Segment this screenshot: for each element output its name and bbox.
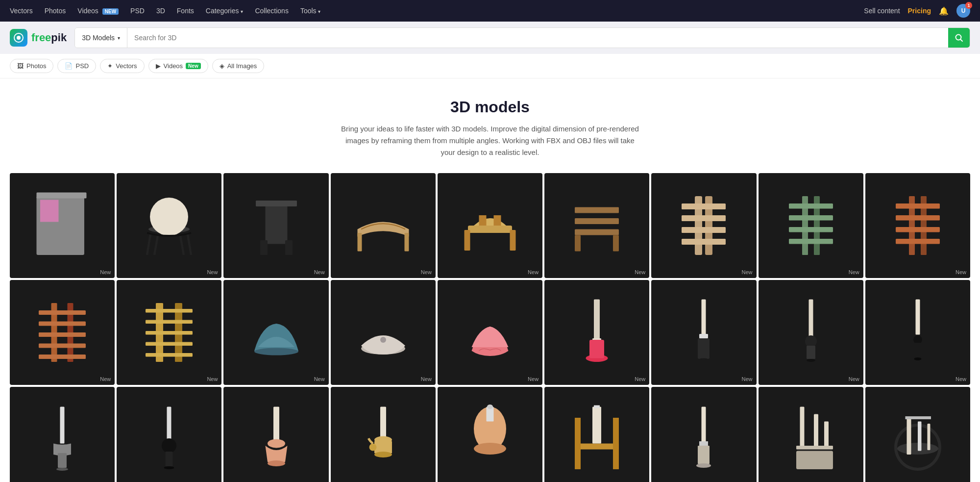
svg-point-1 xyxy=(17,36,21,40)
nav-vectors[interactable]: Vectors xyxy=(10,7,33,15)
svg-rect-13 xyxy=(265,203,287,244)
all-images-tab-icon: ◈ xyxy=(220,62,224,70)
svg-rect-40 xyxy=(789,239,833,244)
model-card[interactable]: New xyxy=(544,173,649,278)
svg-rect-83 xyxy=(167,406,172,442)
svg-line-12 xyxy=(180,234,184,255)
svg-rect-60 xyxy=(146,353,193,356)
svg-rect-21 xyxy=(510,230,515,251)
vectors-tab-label: Vectors xyxy=(116,62,137,70)
svg-rect-31 xyxy=(682,203,726,209)
nav-3d[interactable]: 3D xyxy=(156,7,165,15)
model-card[interactable]: New xyxy=(10,280,115,385)
new-badge: New xyxy=(635,376,645,382)
model-card[interactable]: New xyxy=(544,387,649,482)
svg-rect-100 xyxy=(613,418,619,469)
model-card[interactable]: New xyxy=(331,280,436,385)
svg-point-82 xyxy=(56,468,68,471)
svg-point-95 xyxy=(474,443,506,455)
model-card[interactable]: New xyxy=(544,280,649,385)
avatar[interactable]: U 1 xyxy=(956,4,970,18)
search-button[interactable] xyxy=(948,28,970,48)
svg-point-61 xyxy=(254,348,298,355)
search-input[interactable] xyxy=(127,28,948,48)
psd-tab-icon: 📄 xyxy=(65,62,73,70)
new-badge: New xyxy=(635,269,645,275)
model-card[interactable]: New xyxy=(759,280,863,385)
svg-rect-46 xyxy=(896,239,940,244)
top-nav-right: Sell content Pricing 🔔 U 1 xyxy=(864,4,970,18)
notification-icon[interactable]: 🔔 xyxy=(939,6,949,16)
model-card[interactable]: New xyxy=(759,173,863,278)
tab-videos[interactable]: ▶ Videos New xyxy=(148,59,208,73)
model-card[interactable]: New xyxy=(651,173,756,278)
top-navigation: Vectors Photos Videos NEW PSD 3D Fonts C… xyxy=(0,0,980,22)
model-card[interactable]: New xyxy=(223,280,328,385)
svg-rect-38 xyxy=(789,215,833,220)
chevron-down-icon: ▾ xyxy=(318,9,320,14)
svg-rect-5 xyxy=(40,200,58,222)
model-card[interactable]: New xyxy=(438,387,542,482)
model-card[interactable]: New xyxy=(223,387,328,482)
photos-tab-icon: 🖼 xyxy=(17,62,24,70)
sell-content-link[interactable]: Sell content xyxy=(864,7,900,15)
nav-psd[interactable]: PSD xyxy=(130,7,145,15)
model-card[interactable]: New xyxy=(865,387,970,482)
svg-rect-49 xyxy=(39,310,86,315)
model-card[interactable]: New xyxy=(438,280,542,385)
tab-psd[interactable]: 📄 PSD xyxy=(57,59,96,73)
svg-rect-44 xyxy=(896,215,940,220)
svg-rect-45 xyxy=(896,227,940,232)
nav-collections[interactable]: Collections xyxy=(255,7,288,15)
logo[interactable]: freepik xyxy=(10,29,67,47)
new-badge: New xyxy=(956,269,966,275)
nav-videos[interactable]: Videos NEW xyxy=(77,7,119,15)
models-grid: New New New xyxy=(0,173,980,482)
logo-text: freepik xyxy=(31,31,67,44)
search-form: 3D Models ▾ xyxy=(74,27,970,48)
svg-rect-58 xyxy=(146,331,193,334)
svg-rect-78 xyxy=(913,343,922,357)
nav-categories[interactable]: Categories ▾ xyxy=(206,7,244,15)
nav-fonts[interactable]: Fonts xyxy=(177,7,194,15)
model-card[interactable]: New xyxy=(223,173,328,278)
model-card[interactable]: New xyxy=(865,280,970,385)
svg-point-92 xyxy=(369,443,376,451)
svg-point-88 xyxy=(268,439,285,448)
model-card[interactable]: New xyxy=(438,173,542,278)
search-category-selector[interactable]: 3D Models ▾ xyxy=(75,28,127,48)
svg-rect-117 xyxy=(905,416,931,419)
svg-point-63 xyxy=(380,337,386,343)
svg-line-11 xyxy=(154,234,158,255)
model-card[interactable]: New xyxy=(759,387,863,482)
nav-tools[interactable]: Tools ▾ xyxy=(300,7,321,15)
svg-rect-17 xyxy=(357,233,362,251)
svg-rect-56 xyxy=(146,309,193,312)
new-badge: New xyxy=(849,269,859,275)
tab-vectors[interactable]: ✦ Vectors xyxy=(100,59,144,73)
videos-new-badge: NEW xyxy=(102,8,119,15)
avatar-badge: 1 xyxy=(965,2,972,9)
model-card[interactable]: New xyxy=(10,173,115,278)
model-card[interactable]: New xyxy=(117,280,221,385)
model-card[interactable]: New xyxy=(331,173,436,278)
model-card[interactable]: New xyxy=(117,173,221,278)
tab-photos[interactable]: 🖼 Photos xyxy=(10,59,53,73)
tab-all-images[interactable]: ◈ All Images xyxy=(212,59,265,73)
model-card[interactable]: New xyxy=(331,387,436,482)
new-badge: New xyxy=(207,269,218,275)
nav-photos[interactable]: Photos xyxy=(45,7,66,15)
model-card[interactable]: New xyxy=(651,280,756,385)
svg-rect-24 xyxy=(575,229,619,235)
svg-rect-59 xyxy=(146,342,193,346)
model-card[interactable]: New xyxy=(10,387,115,482)
pricing-link[interactable]: Pricing xyxy=(908,7,931,15)
model-card[interactable]: New xyxy=(117,387,221,482)
svg-point-73 xyxy=(805,335,817,347)
svg-rect-85 xyxy=(166,452,173,466)
model-card[interactable]: New xyxy=(865,173,970,278)
svg-rect-111 xyxy=(796,451,833,469)
logo-icon xyxy=(10,29,27,47)
model-card[interactable]: New xyxy=(651,387,756,482)
svg-rect-25 xyxy=(575,235,581,252)
